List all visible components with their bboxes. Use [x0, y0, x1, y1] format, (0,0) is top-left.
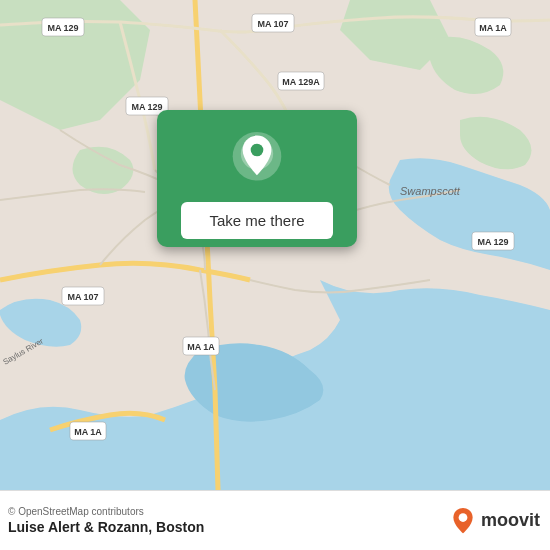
svg-point-24 — [251, 144, 264, 157]
map-container: MA 129 MA 107 MA 1A MA 129A MA 129 MA 12… — [0, 0, 550, 490]
moovit-pin-icon — [449, 507, 477, 535]
svg-text:MA 1A: MA 1A — [479, 23, 507, 33]
osm-attribution: © OpenStreetMap contributors — [8, 506, 204, 517]
location-pin-icon — [230, 132, 284, 186]
popup-icon-area — [157, 110, 357, 202]
location-name: Luise Alert & Rozann, Boston — [8, 519, 204, 535]
svg-text:MA 1A: MA 1A — [187, 342, 215, 352]
moovit-logo: moovit — [449, 507, 540, 535]
take-me-there-button[interactable]: Take me there — [181, 202, 332, 239]
bottom-bar: © OpenStreetMap contributors Luise Alert… — [0, 490, 550, 550]
svg-text:MA 129: MA 129 — [477, 237, 508, 247]
moovit-text: moovit — [481, 510, 540, 531]
popup-card: Take me there — [157, 110, 357, 247]
bottom-left: © OpenStreetMap contributors Luise Alert… — [8, 506, 204, 535]
svg-text:MA 129: MA 129 — [47, 23, 78, 33]
svg-text:MA 129A: MA 129A — [282, 77, 320, 87]
svg-text:MA 107: MA 107 — [67, 292, 98, 302]
svg-point-25 — [459, 513, 468, 522]
svg-text:MA 1A: MA 1A — [74, 427, 102, 437]
svg-text:Swampscott: Swampscott — [400, 185, 461, 197]
svg-text:MA 107: MA 107 — [257, 19, 288, 29]
